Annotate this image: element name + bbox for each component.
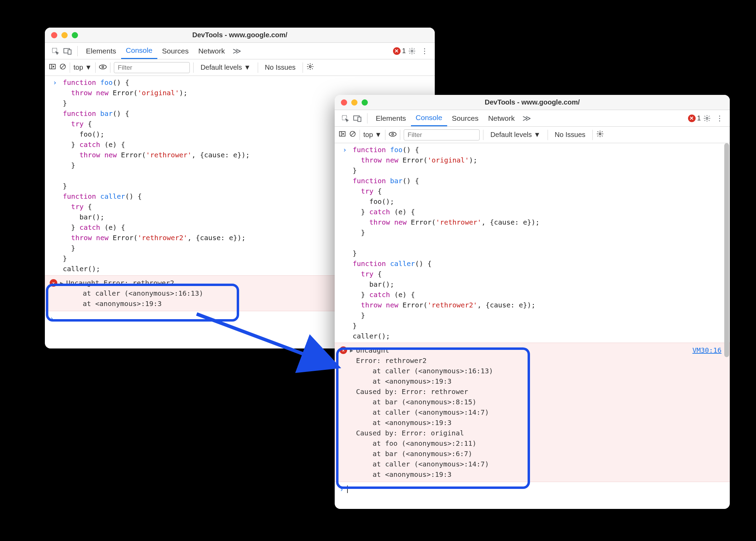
filter-input[interactable]	[404, 129, 480, 140]
levels-label: Default levels	[490, 131, 532, 138]
live-expression-icon[interactable]	[99, 63, 107, 71]
error-count: 1	[697, 114, 701, 122]
window-title: DevTools - www.google.com/	[45, 31, 435, 39]
error-icon: ✕	[340, 346, 347, 354]
svg-point-21	[599, 133, 601, 135]
svg-rect-2	[68, 50, 71, 54]
context-selector[interactable]: top ▼	[363, 131, 382, 139]
svg-point-14	[706, 117, 708, 119]
svg-point-19	[389, 132, 396, 136]
more-tabs-icon[interactable]: ≫	[520, 114, 534, 123]
toggle-drawer-icon[interactable]	[49, 63, 56, 72]
console-toolbar: top ▼ Default levels ▼ No Issues	[45, 59, 435, 76]
issues-label: No Issues	[555, 131, 586, 138]
settings-gear-icon[interactable]	[406, 45, 418, 57]
svg-point-8	[99, 65, 106, 69]
issues-label: No Issues	[265, 63, 296, 71]
tab-network[interactable]: Network	[194, 43, 230, 59]
issues-button[interactable]: No Issues	[551, 131, 589, 139]
clear-console-icon[interactable]	[349, 130, 356, 139]
tab-elements[interactable]: Elements	[371, 110, 411, 126]
inspect-element-icon[interactable]	[49, 45, 61, 57]
close-window-button[interactable]	[341, 99, 347, 106]
minimize-window-button[interactable]	[61, 32, 68, 38]
scrollbar-thumb[interactable]	[724, 143, 729, 357]
expand-error-icon[interactable]: ▶	[60, 279, 63, 287]
filter-input[interactable]	[114, 62, 190, 73]
issues-button[interactable]: No Issues	[262, 63, 299, 71]
devtools-tabbar: ElementsConsoleSourcesNetwork ≫ ✕ 1 ⋮	[335, 110, 730, 127]
error-count-badge[interactable]: ✕ 1	[393, 47, 406, 55]
svg-point-20	[392, 133, 394, 135]
more-tabs-icon[interactable]: ≫	[230, 46, 244, 56]
console-output: › function foo() { throw new Error('orig…	[335, 143, 730, 509]
minimize-window-button[interactable]	[351, 99, 357, 106]
error-source-link[interactable]: VM30:16	[693, 345, 725, 355]
device-toolbar-icon[interactable]	[351, 112, 364, 125]
device-toolbar-icon[interactable]	[61, 45, 74, 57]
maximize-window-button[interactable]	[362, 99, 368, 106]
context-label: top	[363, 131, 373, 138]
console-prompt[interactable]: ›	[335, 482, 730, 496]
kebab-menu-icon[interactable]: ⋮	[418, 45, 431, 57]
svg-line-7	[61, 65, 65, 68]
console-toolbar: top ▼ Default levels ▼ No Issues	[335, 127, 730, 143]
tab-sources[interactable]: Sources	[157, 43, 194, 59]
toggle-drawer-icon[interactable]	[339, 130, 346, 139]
live-expression-icon[interactable]	[389, 131, 396, 139]
error-count-badge[interactable]: ✕ 1	[688, 114, 701, 122]
tab-elements[interactable]: Elements	[81, 43, 121, 59]
levels-label: Default levels	[200, 63, 242, 71]
error-message: Uncaught Error: rethrower2 at caller (<a…	[356, 345, 493, 480]
window-title: DevTools - www.google.com/	[335, 98, 730, 106]
svg-point-3	[411, 50, 413, 52]
console-error-row[interactable]: ✕ ▶ Uncaught Error: rethrower2 at caller…	[335, 343, 730, 482]
tab-network[interactable]: Network	[483, 110, 520, 126]
console-settings-gear-icon[interactable]	[596, 130, 604, 139]
tab-sources[interactable]: Sources	[447, 110, 483, 126]
expand-error-icon[interactable]: ▶	[350, 346, 353, 355]
titlebar: DevTools - www.google.com/	[335, 95, 730, 110]
error-message: Uncaught Error: rethrower2 at caller (<a…	[66, 278, 203, 309]
inspect-element-icon[interactable]	[339, 112, 351, 125]
maximize-window-button[interactable]	[72, 32, 78, 38]
close-window-button[interactable]	[51, 32, 57, 38]
svg-rect-15	[340, 131, 345, 136]
error-icon: ✕	[50, 279, 57, 287]
svg-rect-4	[50, 64, 56, 69]
log-levels-selector[interactable]: Default levels ▼	[487, 131, 544, 139]
error-icon: ✕	[688, 115, 696, 122]
devtools-tabbar: ElementsConsoleSourcesNetwork ≫ ✕ 1 ⋮	[45, 43, 435, 59]
tab-console[interactable]: Console	[121, 43, 157, 59]
context-label: top	[73, 63, 83, 71]
svg-point-9	[102, 66, 104, 68]
svg-point-10	[309, 66, 311, 68]
context-selector[interactable]: top ▼	[73, 63, 92, 71]
prompt-chevron-icon: ›	[50, 77, 60, 274]
log-levels-selector[interactable]: Default levels ▼	[197, 63, 254, 71]
svg-rect-13	[358, 117, 361, 121]
clear-console-icon[interactable]	[59, 63, 66, 72]
prompt-chevron-icon: ›	[340, 145, 350, 341]
svg-line-18	[351, 132, 354, 136]
titlebar: DevTools - www.google.com/	[45, 28, 435, 43]
error-count: 1	[402, 47, 406, 55]
kebab-menu-icon[interactable]: ⋮	[713, 112, 726, 125]
console-settings-gear-icon[interactable]	[306, 63, 314, 72]
scrollbar[interactable]	[724, 143, 729, 509]
tab-console[interactable]: Console	[411, 110, 447, 126]
settings-gear-icon[interactable]	[701, 112, 713, 125]
error-icon: ✕	[393, 47, 401, 55]
